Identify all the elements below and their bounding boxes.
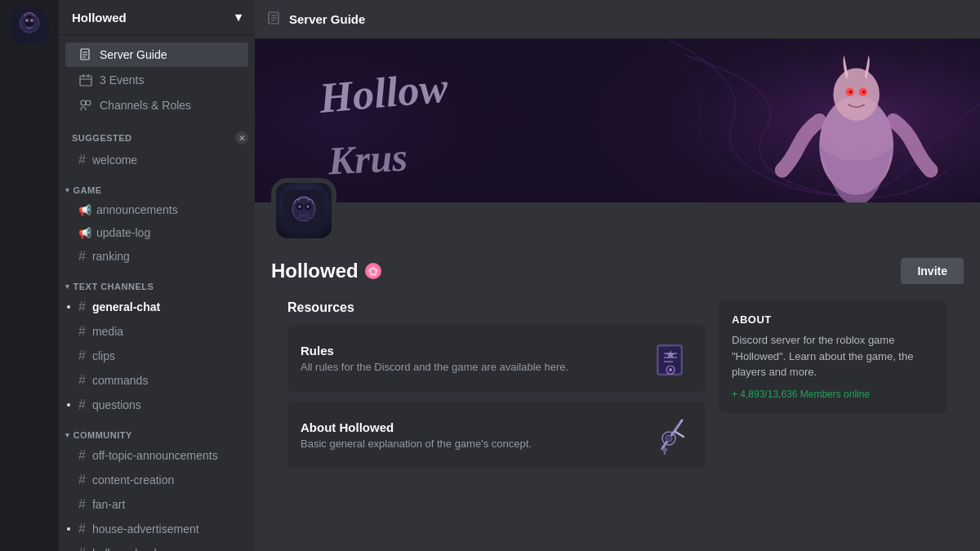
channel-announcements[interactable]: 📢 announcements: [65, 199, 248, 220]
svg-point-13: [81, 100, 86, 105]
category-arrow-icon: ▾: [65, 282, 70, 291]
hash-icon: #: [78, 153, 86, 167]
about-card-title: About Hollowed: [301, 420, 532, 434]
hash-icon: #: [78, 448, 86, 463]
top-bar-title: Server Guide: [289, 12, 365, 26]
server-guide-label: Server Guide: [100, 48, 167, 61]
hash-icon: #: [78, 473, 86, 487]
channel-fan-art-label: fan-art: [92, 498, 125, 511]
server-icon[interactable]: [10, 7, 49, 46]
svg-point-34: [298, 205, 301, 208]
svg-point-35: [306, 205, 310, 208]
nav-events[interactable]: 3 Events: [65, 68, 248, 92]
channel-questions-label: questions: [92, 398, 141, 411]
channels-roles-icon: [78, 98, 93, 113]
svg-point-4: [30, 19, 33, 22]
about-card-text: About Hollowed Basic general explanation…: [301, 420, 532, 450]
channel-fan-art[interactable]: # fan-art: [65, 493, 248, 516]
category-game[interactable]: ▾ GAME: [59, 172, 255, 198]
channels-roles-label: Channels & Roles: [100, 99, 191, 112]
channel-commands-label: commands: [92, 374, 148, 387]
hash-icon: #: [78, 324, 86, 339]
channel-content-creation[interactable]: # content-creation: [65, 469, 248, 491]
suggested-section-label: SUGGESTED ✕: [59, 118, 255, 148]
channel-off-topic-label: off-topic-announcements: [92, 449, 218, 462]
server-title-row: Hollowed 🌸 Invite: [271, 258, 964, 284]
about-card-icon: [652, 415, 693, 455]
server-list: [0, 0, 59, 551]
top-bar-channel-icon: [268, 11, 283, 29]
svg-text:Krus: Krus: [327, 136, 409, 183]
about-title: About: [732, 313, 934, 326]
channel-house-advertisement[interactable]: # house-advertisement: [65, 518, 248, 540]
server-guide-content: Hollow Krus: [255, 39, 980, 551]
category-arrow-icon: ▾: [65, 431, 70, 439]
speaker-icon: 📢: [78, 227, 91, 239]
hash-icon: #: [78, 300, 86, 314]
server-avatar: [271, 178, 336, 243]
channel-update-log[interactable]: 📢 update-log: [65, 222, 248, 243]
channel-content-creation-label: content-creation: [92, 473, 174, 487]
resources-title: Resources: [287, 300, 706, 315]
channel-ranking[interactable]: # ranking: [65, 245, 248, 268]
svg-point-52: [662, 447, 667, 452]
rules-card[interactable]: Rules All rules for the Discord and the …: [287, 325, 706, 392]
channel-ranking-label: ranking: [92, 250, 130, 263]
hash-icon: #: [78, 398, 86, 412]
svg-rect-9: [80, 76, 91, 86]
category-text-channels[interactable]: ▾ TEXT CHANNELS: [59, 269, 255, 295]
channel-questions[interactable]: # questions: [65, 393, 248, 416]
channel-media[interactable]: # media: [65, 320, 248, 343]
events-icon: [78, 73, 93, 87]
svg-point-27: [862, 91, 866, 94]
about-description: Discord server for the roblox game "Holl…: [732, 332, 934, 380]
channel-clips-label: clips: [92, 349, 115, 362]
speaker-icon: 📢: [78, 204, 91, 216]
events-label: 3 Events: [100, 73, 144, 87]
rules-card-title: Rules: [301, 344, 568, 358]
server-header[interactable]: Hollowed ▾: [59, 0, 255, 35]
about-card: About Discord server for the roblox game…: [719, 300, 947, 413]
svg-point-3: [25, 19, 29, 22]
members-online: + 4,893/13,636 Members online: [732, 389, 934, 400]
hash-icon: #: [78, 497, 86, 512]
svg-point-23: [833, 68, 880, 121]
channel-memes-label: hollowed-only-memes: [92, 547, 203, 551]
chevron-down-icon: ▾: [235, 10, 242, 24]
about-column: About Discord server for the roblox game…: [719, 300, 947, 478]
channel-welcome[interactable]: # welcome: [65, 149, 248, 171]
rules-card-text: Rules All rules for the Discord and the …: [301, 344, 568, 373]
hash-icon: #: [78, 546, 86, 551]
nav-server-guide[interactable]: Server Guide: [65, 42, 248, 67]
channel-announcements-label: announcements: [96, 203, 178, 216]
server-name: Hollowed: [72, 11, 127, 24]
category-community[interactable]: ▾ COMMUNITY: [59, 417, 255, 443]
server-banner: Hollow Krus: [255, 39, 980, 202]
channel-commands[interactable]: # commands: [65, 369, 248, 392]
server-title: Hollowed 🌸: [271, 260, 381, 282]
hash-icon: #: [78, 249, 86, 264]
server-profile-section: Hollowed 🌸 Invite Resources Rules All ru…: [255, 202, 980, 495]
invite-button[interactable]: Invite: [901, 258, 964, 284]
verified-badge: 🌸: [365, 263, 381, 279]
channel-general-chat[interactable]: # general-chat: [65, 295, 248, 318]
rules-card-desc: All rules for the Discord and the game a…: [301, 361, 568, 373]
nav-channels-roles[interactable]: Channels & Roles: [65, 93, 248, 118]
channel-welcome-label: welcome: [92, 153, 137, 167]
svg-point-26: [849, 91, 853, 94]
svg-point-14: [86, 100, 91, 105]
channel-clips[interactable]: # clips: [65, 344, 248, 367]
hash-icon: #: [78, 522, 86, 536]
svg-line-49: [675, 432, 684, 437]
channel-hollowed-only-memes[interactable]: # hollowed-only-memes: [65, 542, 248, 551]
channel-off-topic-announcements[interactable]: # off-topic-announcements: [65, 444, 248, 467]
channel-house-ad-label: house-advertisement: [92, 522, 199, 535]
about-hollowed-card[interactable]: About Hollowed Basic general explanation…: [287, 402, 706, 469]
svg-point-45: [669, 368, 672, 371]
channel-update-log-label: update-log: [96, 226, 150, 239]
channel-general-chat-label: general-chat: [92, 300, 160, 313]
rules-card-icon: [652, 338, 693, 379]
top-bar: Server Guide: [255, 0, 980, 39]
main-content: Server Guide: [255, 0, 980, 551]
close-suggested-button[interactable]: ✕: [235, 131, 248, 144]
